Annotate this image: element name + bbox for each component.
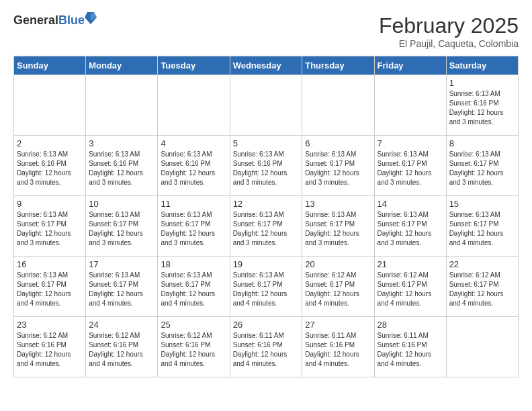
weekday-header-tuesday: Tuesday (158, 56, 230, 75)
calendar-cell: 27Sunrise: 6:11 AM Sunset: 6:16 PM Dayli… (302, 317, 374, 377)
day-info: Sunrise: 6:13 AM Sunset: 6:17 PM Dayligh… (449, 150, 515, 187)
title-area: February 2025 El Paujil, Caqueta, Colomb… (379, 13, 519, 49)
day-number: 13 (305, 199, 371, 209)
day-number: 14 (378, 199, 443, 209)
header: GeneralBlue February 2025 El Paujil, Caq… (13, 13, 519, 49)
calendar-cell: 8Sunrise: 6:13 AM Sunset: 6:17 PM Daylig… (446, 136, 518, 196)
day-number: 20 (305, 259, 371, 269)
calendar-cell: 24Sunrise: 6:12 AM Sunset: 6:16 PM Dayli… (86, 317, 158, 377)
day-number: 7 (378, 138, 443, 148)
weekday-header-saturday: Saturday (446, 56, 518, 75)
day-info: Sunrise: 6:13 AM Sunset: 6:17 PM Dayligh… (233, 210, 300, 248)
day-info: Sunrise: 6:12 AM Sunset: 6:17 PM Dayligh… (449, 271, 515, 308)
day-info: Sunrise: 6:13 AM Sunset: 6:17 PM Dayligh… (233, 271, 300, 308)
calendar-cell: 15Sunrise: 6:13 AM Sunset: 6:17 PM Dayli… (446, 196, 518, 257)
logo-blue: Blue (58, 13, 85, 27)
day-number: 3 (89, 138, 154, 148)
calendar-cell: 4Sunrise: 6:13 AM Sunset: 6:16 PM Daylig… (158, 136, 230, 196)
day-info: Sunrise: 6:13 AM Sunset: 6:17 PM Dayligh… (161, 210, 226, 248)
day-number: 21 (378, 259, 443, 269)
day-number: 9 (17, 199, 83, 209)
day-info: Sunrise: 6:12 AM Sunset: 6:16 PM Dayligh… (17, 331, 83, 369)
logo-icon (85, 11, 97, 26)
day-info: Sunrise: 6:12 AM Sunset: 6:16 PM Dayligh… (161, 331, 226, 369)
day-number: 10 (89, 199, 154, 209)
calendar-cell (14, 75, 86, 136)
day-number: 23 (17, 320, 83, 330)
day-info: Sunrise: 6:13 AM Sunset: 6:16 PM Dayligh… (17, 150, 83, 187)
calendar-cell (230, 75, 302, 136)
weekday-header-row: SundayMondayTuesdayWednesdayThursdayFrid… (14, 56, 519, 75)
day-info: Sunrise: 6:12 AM Sunset: 6:17 PM Dayligh… (378, 271, 443, 308)
day-info: Sunrise: 6:13 AM Sunset: 6:17 PM Dayligh… (89, 210, 154, 248)
calendar-cell: 9Sunrise: 6:13 AM Sunset: 6:17 PM Daylig… (14, 196, 86, 257)
location-subtitle: El Paujil, Caqueta, Colombia (379, 38, 519, 49)
day-number: 16 (17, 259, 83, 269)
day-number: 18 (161, 259, 226, 269)
calendar-cell: 25Sunrise: 6:12 AM Sunset: 6:16 PM Dayli… (158, 317, 230, 377)
day-info: Sunrise: 6:13 AM Sunset: 6:16 PM Dayligh… (449, 89, 515, 127)
day-number: 4 (161, 138, 226, 148)
calendar-cell (446, 317, 518, 377)
calendar-cell: 3Sunrise: 6:13 AM Sunset: 6:16 PM Daylig… (86, 136, 158, 196)
calendar-cell (302, 75, 374, 136)
day-number: 17 (89, 259, 154, 269)
day-info: Sunrise: 6:13 AM Sunset: 6:17 PM Dayligh… (378, 150, 443, 187)
day-info: Sunrise: 6:13 AM Sunset: 6:16 PM Dayligh… (161, 150, 226, 187)
logo: GeneralBlue (13, 13, 85, 28)
day-number: 8 (449, 138, 515, 148)
calendar-cell (86, 75, 158, 136)
weekday-header-wednesday: Wednesday (230, 56, 302, 75)
day-number: 25 (161, 320, 226, 330)
calendar-cell: 7Sunrise: 6:13 AM Sunset: 6:17 PM Daylig… (374, 136, 446, 196)
day-number: 12 (233, 199, 300, 209)
day-number: 6 (305, 138, 371, 148)
day-number: 24 (89, 320, 154, 330)
day-number: 11 (161, 199, 226, 209)
weekday-header-monday: Monday (86, 56, 158, 75)
calendar-cell: 19Sunrise: 6:13 AM Sunset: 6:17 PM Dayli… (230, 257, 302, 317)
calendar-cell: 16Sunrise: 6:13 AM Sunset: 6:17 PM Dayli… (14, 257, 86, 317)
day-info: Sunrise: 6:13 AM Sunset: 6:17 PM Dayligh… (305, 210, 371, 248)
calendar-cell (374, 75, 446, 136)
day-info: Sunrise: 6:13 AM Sunset: 6:17 PM Dayligh… (378, 210, 443, 248)
week-row-2: 9Sunrise: 6:13 AM Sunset: 6:17 PM Daylig… (14, 196, 519, 257)
calendar-cell: 21Sunrise: 6:12 AM Sunset: 6:17 PM Dayli… (374, 257, 446, 317)
day-info: Sunrise: 6:13 AM Sunset: 6:17 PM Dayligh… (161, 271, 226, 308)
weekday-header-friday: Friday (374, 56, 446, 75)
week-row-4: 23Sunrise: 6:12 AM Sunset: 6:16 PM Dayli… (14, 317, 519, 377)
calendar-cell: 14Sunrise: 6:13 AM Sunset: 6:17 PM Dayli… (374, 196, 446, 257)
calendar-cell: 6Sunrise: 6:13 AM Sunset: 6:17 PM Daylig… (302, 136, 374, 196)
calendar-cell: 20Sunrise: 6:12 AM Sunset: 6:17 PM Dayli… (302, 257, 374, 317)
day-number: 27 (305, 320, 371, 330)
calendar-cell: 10Sunrise: 6:13 AM Sunset: 6:17 PM Dayli… (86, 196, 158, 257)
day-info: Sunrise: 6:13 AM Sunset: 6:17 PM Dayligh… (449, 210, 515, 248)
day-info: Sunrise: 6:11 AM Sunset: 6:16 PM Dayligh… (378, 331, 443, 369)
week-row-0: 1Sunrise: 6:13 AM Sunset: 6:16 PM Daylig… (14, 75, 519, 136)
week-row-1: 2Sunrise: 6:13 AM Sunset: 6:16 PM Daylig… (14, 136, 519, 196)
calendar-cell (158, 75, 230, 136)
calendar-cell: 23Sunrise: 6:12 AM Sunset: 6:16 PM Dayli… (14, 317, 86, 377)
weekday-header-thursday: Thursday (302, 56, 374, 75)
calendar-cell: 18Sunrise: 6:13 AM Sunset: 6:17 PM Dayli… (158, 257, 230, 317)
day-info: Sunrise: 6:11 AM Sunset: 6:16 PM Dayligh… (305, 331, 371, 369)
calendar-cell: 2Sunrise: 6:13 AM Sunset: 6:16 PM Daylig… (14, 136, 86, 196)
calendar-cell: 26Sunrise: 6:11 AM Sunset: 6:16 PM Dayli… (230, 317, 302, 377)
day-info: Sunrise: 6:13 AM Sunset: 6:16 PM Dayligh… (89, 150, 154, 187)
day-number: 19 (233, 259, 300, 269)
day-info: Sunrise: 6:12 AM Sunset: 6:16 PM Dayligh… (89, 331, 154, 369)
day-info: Sunrise: 6:13 AM Sunset: 6:16 PM Dayligh… (233, 150, 300, 187)
day-info: Sunrise: 6:11 AM Sunset: 6:16 PM Dayligh… (233, 331, 300, 369)
calendar-cell: 12Sunrise: 6:13 AM Sunset: 6:17 PM Dayli… (230, 196, 302, 257)
day-number: 2 (17, 138, 83, 148)
calendar-table: SundayMondayTuesdayWednesdayThursdayFrid… (13, 56, 519, 377)
day-number: 5 (233, 138, 300, 148)
calendar-cell: 1Sunrise: 6:13 AM Sunset: 6:16 PM Daylig… (446, 75, 518, 136)
calendar-cell: 17Sunrise: 6:13 AM Sunset: 6:17 PM Dayli… (86, 257, 158, 317)
calendar-cell: 5Sunrise: 6:13 AM Sunset: 6:16 PM Daylig… (230, 136, 302, 196)
logo-general: General (13, 13, 58, 27)
day-number: 15 (449, 199, 515, 209)
day-info: Sunrise: 6:13 AM Sunset: 6:17 PM Dayligh… (89, 271, 154, 308)
day-info: Sunrise: 6:13 AM Sunset: 6:17 PM Dayligh… (17, 271, 83, 308)
day-info: Sunrise: 6:13 AM Sunset: 6:17 PM Dayligh… (305, 150, 371, 187)
